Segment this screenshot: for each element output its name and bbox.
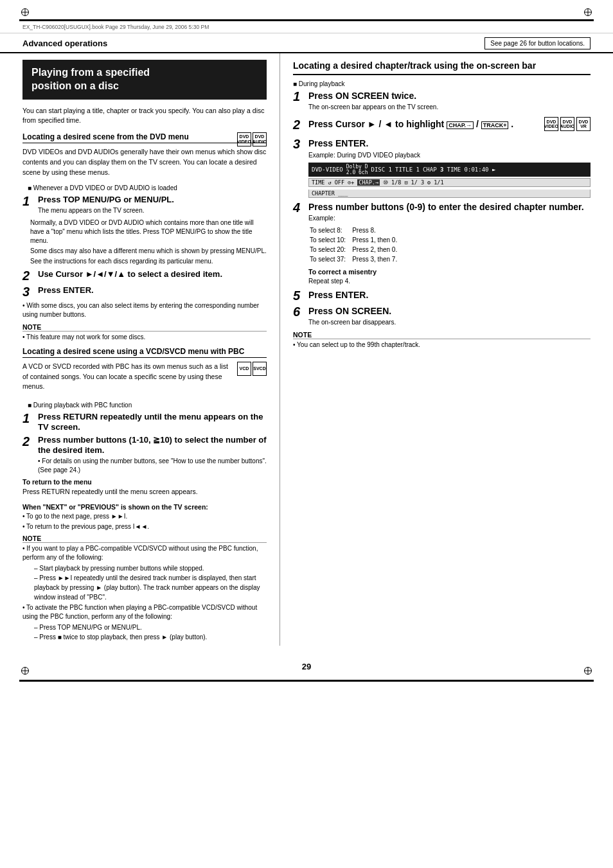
dvd-step3-title: Press ENTER. xyxy=(38,285,267,296)
right-step6-content: Press ON SCREEN. The on-screen bar disap… xyxy=(308,305,591,327)
right-step2: 2 Press Cursor ► / ◄ to highlight CHAP.→… xyxy=(293,118,540,131)
vcd-note-1: If you want to play a PBC-compatible VCD… xyxy=(22,544,267,562)
dvd-badges: DVDVIDEO DVDAUDIO xyxy=(237,132,267,146)
dvd-step3: 3 Press ENTER. xyxy=(22,285,267,298)
example-value-3: Press 3, then 7. xyxy=(352,255,402,263)
right-step3-title: Press ENTER. xyxy=(308,137,591,149)
playback-label: During playback xyxy=(293,80,591,87)
right-step6-title: Press ON SCREEN. xyxy=(308,305,591,317)
right-step4-example-label: Example: xyxy=(308,214,591,223)
right-step1-num: 1 xyxy=(293,90,305,103)
vcd-note-box: NOTE If you want to play a PBC-compatibl… xyxy=(22,535,267,642)
right-step6-num: 6 xyxy=(293,305,305,318)
dvd-screen-top: DVD-VIDEO Dolby D2.0 6ch DISC 1 TITLE 1 … xyxy=(308,163,591,177)
vcd-dash1: Start playback by pressing number button… xyxy=(34,563,267,573)
example-value-2: Press 2, then 0. xyxy=(352,245,402,254)
right-step3: 3 Press ENTER. Example: During DVD VIDEO… xyxy=(293,137,591,197)
dvd-note-label: NOTE xyxy=(22,323,267,332)
example-value-0: Press 8. xyxy=(352,226,402,235)
right-step6-desc: The on-screen bar disappears. xyxy=(308,318,591,327)
dvd-bar-13: 1/ 3 xyxy=(411,179,424,186)
right-step5-content: Press ENTER. xyxy=(308,289,591,301)
section1-heading: Locating a desired scene from the DVD me… xyxy=(22,132,267,143)
right-step4-title: Press number buttons (0-9) to enter the … xyxy=(308,201,591,213)
section2-bullet1: During playback with PBC function xyxy=(28,401,267,410)
example-row-2: To select 20: Press 2, then 0. xyxy=(310,245,402,254)
right-step1: 1 Press ON SCREEN twice. The on-screen b… xyxy=(293,90,591,112)
dvd-note-text: This feature may not work for some discs… xyxy=(22,333,267,342)
vcd-dash2: Press ►►I repeatedly until the desired t… xyxy=(34,573,267,602)
dvd-bar-gear: ⚙ xyxy=(427,179,431,186)
bullet-next: To go to the next page, press ►►I. xyxy=(22,512,267,521)
dvd-screen-dolby: Dolby D2.0 6ch xyxy=(346,164,368,175)
main-header: Advanced operations See page 26 for butt… xyxy=(0,33,613,53)
to-return-label: To return to the menu xyxy=(22,478,267,486)
right-step5-num: 5 xyxy=(293,289,305,302)
main-title: Playing from a specified position on a d… xyxy=(31,66,258,93)
right-note-label: NOTE xyxy=(293,331,591,339)
right-step2-badges: DVDVIDEO DVDAUDIO DVDVR xyxy=(544,117,591,131)
bullet-prev: To return to the previous page, press I◄… xyxy=(22,522,267,531)
right-step2-content: Press Cursor ► / ◄ to highlight CHAP.→ /… xyxy=(308,118,540,130)
dvd-bar-10: ⑩ xyxy=(383,179,388,186)
vcd-step2: 2 Press number buttons (1-10, ≧10) to se… xyxy=(22,435,267,474)
correct-label: To correct a misentry xyxy=(308,268,591,276)
vcd-step2-title: Press number buttons (1-10, ≧10) to sele… xyxy=(38,435,267,455)
section-title: Advanced operations xyxy=(22,39,107,48)
example-label-0: To select 8: xyxy=(310,226,351,235)
example-label-2: To select 20: xyxy=(310,245,351,254)
right-step1-title: Press ON SCREEN twice. xyxy=(308,90,591,102)
dvd-screen-chap: CHAP 3 xyxy=(423,166,444,173)
right-step5: 5 Press ENTER. xyxy=(293,289,591,302)
right-note-text: You can select up to the 99th chapter/tr… xyxy=(293,341,591,350)
example-row-0: To select 8: Press 8. xyxy=(310,226,402,235)
section1-body: DVD VIDEOs and DVD AUDIOs generally have… xyxy=(22,147,267,177)
right-step3-num: 3 xyxy=(293,137,305,150)
example-label-3: To select 37: xyxy=(310,255,351,263)
right-step1-desc: The on-screen bar appears on the TV scre… xyxy=(308,103,591,112)
badge-vcd: VCD xyxy=(237,362,251,376)
badge-dvd-vr: DVDVR xyxy=(576,117,591,131)
badge-svcd: SVCD xyxy=(253,362,267,376)
example-value-1: Press 1, then 0. xyxy=(352,236,402,244)
right-step4-content: Press number buttons (0-9) to enter the … xyxy=(308,201,591,286)
dvd-step2-content: Use Cursor ►/◄/▼/▲ to select a desired i… xyxy=(38,269,267,279)
dvd-screen-time: TIME 0:01:40 ► xyxy=(447,166,495,173)
example-row-1: To select 10: Press 1, then 0. xyxy=(310,236,402,244)
right-section-title: Locating a desired chapter/track using t… xyxy=(293,60,591,75)
page-container: EX_TH-C906020[USUGUX].book Page 29 Thurs… xyxy=(0,0,613,868)
dvd-bar-chap: CHAP.→ xyxy=(357,179,380,186)
page-ref: See page 26 for button locations. xyxy=(484,37,591,49)
right-column: Locating a desired chapter/track using t… xyxy=(280,53,591,646)
dvd-step1-content: Press TOP MENU/PG or MENU/PL. The menu a… xyxy=(38,195,267,215)
right-step2-title: Press Cursor ► / ◄ to highlight CHAP.→ /… xyxy=(308,118,540,130)
right-step3-desc: Example: During DVD VIDEO playback xyxy=(308,151,591,160)
bottom-left-corner xyxy=(19,665,31,677)
vcd-step1-content: Press RETURN repeatedly until the menu a… xyxy=(38,412,267,432)
dvd-screen-top-text: DVD-VIDEO xyxy=(312,166,343,173)
dvd-bar-box: ⊟ xyxy=(404,179,407,186)
when-label: When "NEXT" or "PREVIOUS" is shown on th… xyxy=(22,503,267,511)
badge-dvd-audio: DVDAUDIO xyxy=(253,132,267,146)
section-dvd-menu: DVDVIDEO DVDAUDIO Locating a desired sce… xyxy=(22,132,267,342)
dvd-note1: With some discs, you can also select ite… xyxy=(22,301,267,319)
vcd-step1: 1 Press RETURN repeatedly until the menu… xyxy=(22,412,267,432)
dvd-bar-18: 1/8 xyxy=(391,179,401,186)
file-info: EX_TH-C906020[USUGUX].book Page 29 Thurs… xyxy=(0,21,613,33)
section2-heading: Locating a desired scene using a VCD/SVC… xyxy=(22,347,267,358)
dvd-step1-title: Press TOP MENU/PG or MENU/PL. xyxy=(38,195,267,205)
badge-dvd-audio2: DVDAUDIO xyxy=(560,117,574,131)
vcd-dash3: Press TOP MENU/PG or MENU/PL. xyxy=(34,623,267,632)
example-label-1: To select 10: xyxy=(310,236,351,244)
right-note-box: NOTE You can select up to the 99th chapt… xyxy=(293,331,591,350)
right-step4: 4 Press number buttons (0-9) to enter th… xyxy=(293,201,591,286)
dvd-step2-title: Use Cursor ►/◄/▼/▲ to select a desired i… xyxy=(38,269,267,279)
section2-body: A VCD or SVCD recorded with PBC has its … xyxy=(22,362,267,392)
correct-text: Repeat step 4. xyxy=(308,277,591,286)
dvd-step1-detail: Normally, a DVD VIDEO or DVD AUDIO which… xyxy=(30,218,267,266)
vcd-step1-num: 1 xyxy=(22,412,34,425)
badge-dvd-video: DVDVIDEO xyxy=(237,132,251,146)
vcd-step2-num: 2 xyxy=(22,435,34,448)
right-step1-content: Press ON SCREEN twice. The on-screen bar… xyxy=(308,90,591,112)
example-row-3: To select 37: Press 3, then 7. xyxy=(310,255,402,263)
